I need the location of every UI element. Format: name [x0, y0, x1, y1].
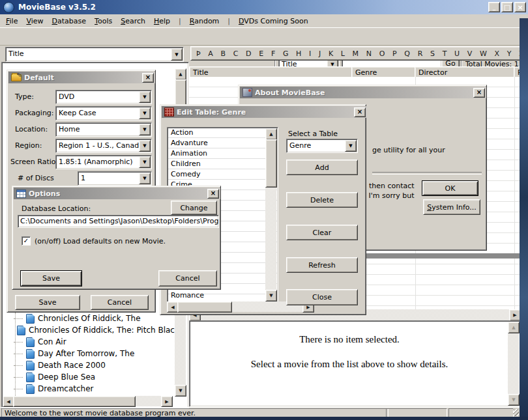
tree-item-movie[interactable]: Dreamcatcher — [3, 383, 171, 395]
about-dialog-titlebar[interactable]: About MovieBase — [240, 87, 486, 98]
about-ok-button[interactable]: OK — [422, 180, 478, 196]
chevron-down-icon[interactable] — [139, 124, 151, 135]
menu-search[interactable]: Search — [121, 17, 145, 25]
scroll-thumb[interactable] — [13, 396, 136, 407]
tree-item-movie[interactable]: Con Air — [3, 336, 171, 348]
alphabet-letter[interactable]: P — [392, 49, 397, 58]
default-dialog-titlebar[interactable]: Default — [8, 72, 155, 83]
maximize-button[interactable] — [501, 2, 513, 12]
alphabet-letter[interactable]: A — [208, 49, 213, 58]
menu-file[interactable]: File — [6, 17, 18, 25]
scroll-thumb[interactable] — [265, 139, 277, 188]
screen-ratio-combo[interactable]: 1.85:1 (Anamorphic) — [55, 155, 152, 169]
genre-list-item[interactable]: Action — [168, 128, 278, 138]
alphabet-letter[interactable]: R — [418, 49, 423, 58]
alphabet-letter[interactable]: W — [480, 49, 487, 58]
region-combo[interactable]: Region 1 - U.S., Canada, — [55, 139, 152, 153]
tree-item-movie[interactable]: Death Race 2000 — [3, 359, 171, 371]
default-save-button[interactable]: Save — [15, 295, 80, 310]
chevron-down-icon[interactable] — [345, 140, 357, 152]
chevron-down-icon[interactable] — [139, 107, 151, 119]
alphabet-letter[interactable]: X — [495, 49, 500, 58]
scroll-down-arrow[interactable] — [265, 290, 277, 301]
load-defaults-checkbox[interactable] — [22, 236, 31, 245]
alphabet-letter[interactable]: B — [221, 49, 226, 58]
chevron-down-icon[interactable] — [139, 91, 151, 103]
details-vertical-scrollbar[interactable] — [508, 322, 519, 404]
alphabet-letter[interactable]: H — [296, 49, 301, 58]
tree-item-movie[interactable]: Chronicles Of Riddick, The — [3, 313, 171, 324]
chevron-down-icon[interactable] — [139, 173, 151, 184]
options-cancel-button[interactable]: Cancel — [158, 270, 217, 287]
options-dialog-titlebar[interactable]: Options — [14, 188, 220, 199]
genre-list-item[interactable]: Comedy — [168, 169, 278, 180]
table-select-combo[interactable]: Genre — [286, 139, 358, 153]
alphabet-letter[interactable]: I — [309, 49, 311, 58]
chevron-down-icon[interactable] — [171, 48, 183, 61]
resize-grip[interactable] — [513, 409, 519, 416]
alphabet-letter[interactable]: U — [454, 49, 460, 58]
scroll-thumb[interactable] — [177, 301, 232, 313]
tree-item-movie[interactable]: Day After Tomorrow, The — [3, 348, 171, 359]
alphabet-letter[interactable]: T — [443, 49, 447, 58]
filter-field-combo[interactable]: Title — [5, 47, 184, 62]
genre-list-item[interactable]: Children — [168, 159, 278, 169]
menu-database[interactable]: Database — [52, 17, 87, 25]
type-combo[interactable]: DVD — [55, 90, 152, 104]
tree-item-movie[interactable]: Deep Blue Sea — [3, 371, 171, 383]
location-combo[interactable]: Home — [55, 122, 152, 137]
about-close-icon[interactable] — [473, 88, 485, 98]
alphabet-letter[interactable]: V — [467, 49, 473, 58]
alphabet-letter[interactable]: O — [379, 49, 385, 58]
scroll-down-arrow[interactable] — [175, 385, 186, 397]
edit-table-dialog-titlebar[interactable]: Edit Table: Genre — [162, 106, 367, 118]
menu-tools[interactable]: Tools — [95, 17, 112, 25]
alphabet-letter[interactable]: G — [283, 49, 289, 58]
minimize-button[interactable] — [488, 2, 500, 12]
close-table-button[interactable]: Close — [286, 289, 358, 305]
options-close-icon[interactable] — [207, 189, 219, 199]
chevron-down-icon[interactable] — [139, 140, 151, 152]
alphabet-letter[interactable]: Y — [507, 49, 512, 58]
alphabet-letter[interactable]: J — [319, 49, 321, 58]
window-titlebar[interactable]: MovieBase v3.5.2 — [0, 0, 528, 14]
genre-list-item[interactable]: Animation — [168, 148, 278, 159]
alphabet-letter[interactable]: C — [233, 49, 239, 58]
close-button[interactable] — [514, 2, 526, 12]
edit-table-close-icon[interactable] — [354, 107, 366, 117]
chevron-down-icon[interactable] — [139, 156, 151, 168]
genre-list-vertical-scrollbar[interactable] — [265, 128, 276, 300]
clear-button[interactable]: Clear — [286, 225, 358, 240]
db-path-field[interactable]: C:\Documents and Settings\Jason\Desktop\… — [18, 215, 219, 228]
delete-button[interactable]: Delete — [286, 192, 358, 208]
system-info-button[interactable]: System Info... — [423, 199, 480, 215]
alphabet-letter[interactable]: Þ — [196, 49, 201, 58]
alphabet-letter[interactable]: F — [271, 49, 275, 58]
add-button[interactable]: Add — [286, 160, 358, 175]
alphabet-letter[interactable]: S — [430, 49, 435, 58]
scroll-down-arrow[interactable] — [508, 394, 520, 406]
alphabet-letter[interactable]: Q — [404, 49, 410, 58]
alphabet-letter[interactable]: K — [329, 49, 333, 58]
menu-random[interactable]: Random — [190, 17, 220, 25]
tree-horizontal-scrollbar[interactable] — [3, 396, 172, 406]
tree-item-movie[interactable]: Chronicles Of Riddick, The: Pitch Black — [3, 324, 171, 336]
default-close-icon[interactable] — [142, 73, 154, 83]
alphabet-letter[interactable]: E — [259, 49, 263, 58]
scroll-up-arrow[interactable] — [175, 68, 186, 80]
genre-list-item[interactable]: Romance — [171, 291, 204, 300]
menu-view[interactable]: View — [26, 17, 43, 25]
scroll-right-arrow[interactable] — [161, 396, 173, 407]
menu-help[interactable]: Help — [154, 17, 170, 25]
scroll-up-arrow[interactable] — [265, 128, 277, 140]
change-button[interactable]: Change — [171, 201, 217, 215]
alphabet-letter[interactable]: L — [341, 49, 345, 58]
discs-combo[interactable]: 1 — [78, 171, 152, 186]
alphabet-letter[interactable]: D — [246, 49, 251, 58]
refresh-button[interactable]: Refresh — [286, 257, 358, 273]
scroll-up-arrow[interactable] — [508, 322, 520, 333]
packaging-combo[interactable]: Keep Case — [55, 106, 152, 120]
options-save-button[interactable]: Save — [20, 270, 82, 287]
alphabet-letter[interactable]: N — [366, 49, 372, 58]
menu-dvds-coming-soon[interactable]: DVDs Coming Soon — [239, 17, 308, 25]
